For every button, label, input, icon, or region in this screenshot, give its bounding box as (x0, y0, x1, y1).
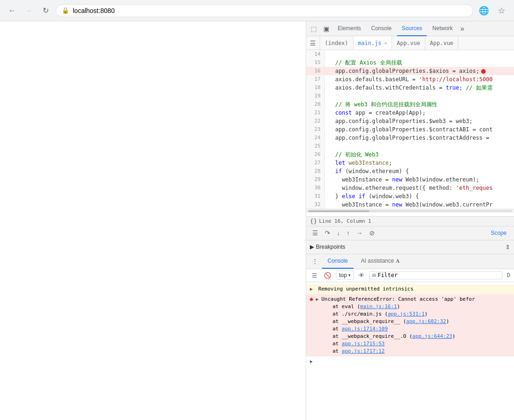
error-trace-7: at app.js:1717:12 (321, 348, 385, 354)
context-value: top (339, 272, 347, 278)
translate-icon[interactable]: 🌐 (477, 4, 491, 18)
filter-label: Filter (378, 272, 398, 278)
bookmark-icon[interactable]: ☆ (495, 4, 508, 18)
console-messages: ▶ Removing unpermitted intrinsics ● ▶ Un… (306, 282, 514, 420)
devtools-top-toolbar: ⬚ ▣ Elements Console Sources Network » (306, 21, 514, 36)
error-link-1[interactable]: main.js:16:1 (360, 304, 397, 310)
status-bar: {} Line 16, Column 1 (306, 216, 514, 226)
clear-console-btn[interactable]: 🚫 (322, 271, 333, 280)
file-tab-appvue1-label: App.vue (397, 40, 420, 46)
page-area (0, 21, 306, 420)
scope-label: Scope (487, 230, 510, 236)
breakpoints-section: ▶ Breakpoints ⇕ (306, 240, 514, 254)
breakpoints-expand-btn[interactable]: ⇕ (505, 244, 510, 251)
browser-chrome: ← → ↻ 🔒 localhost:8080 🌐 ☆ (0, 0, 514, 21)
main-area: ⬚ ▣ Elements Console Sources Network » ☰… (0, 21, 514, 420)
console-msg-error: ● ▶ Uncaught ReferenceError: Cannot acce… (306, 294, 514, 356)
sidebar-toggle-console[interactable]: ☰ (310, 271, 319, 280)
error-link-3[interactable]: app.js:602:32 (406, 318, 446, 324)
step-next-btn[interactable]: → (354, 228, 365, 238)
url-text: localhost:8080 (73, 7, 115, 14)
status-text: Line 16, Column 1 (319, 218, 372, 224)
code-line-31: 31 } else if (window.web3) { (306, 192, 514, 200)
tab-console-bottom[interactable]: Console (322, 254, 353, 269)
inspect-icon[interactable]: ⬚ (308, 23, 320, 34)
error-trace-3: at __webpack_require__ (app.js:602:32) (321, 318, 450, 324)
error-link-7[interactable]: app.js:1717:12 (342, 348, 385, 354)
code-editor: 14 15 // 配置 Axios 全局挂载 16 app.config.glo… (306, 50, 514, 216)
scrollbar-track (308, 210, 512, 212)
error-trace-5: at __webpack_require__.O (app.js:644:23) (321, 333, 456, 339)
file-tab-appvue2[interactable]: App.vue (425, 36, 459, 50)
more-tabs-button[interactable]: » (458, 25, 466, 33)
error-link-5[interactable]: app.js:644:23 (412, 333, 452, 339)
code-line-22: 22 app.config.globalProperties.$web3 = w… (306, 117, 514, 125)
breakpoints-arrow[interactable]: ▶ (310, 244, 314, 250)
code-line-32: 32 web3Instance = new Web3(window.web3.c… (306, 200, 514, 209)
lock-icon: 🔒 (62, 7, 69, 14)
context-selector[interactable]: top ▾ (336, 271, 354, 280)
file-tab-appvue1[interactable]: App.vue (392, 36, 425, 50)
console-msg-expand: ▶ (306, 356, 514, 367)
tab-sources[interactable]: Sources (397, 21, 427, 36)
error-trace-4: at app.js:1714:109 (321, 326, 388, 332)
step-into-btn[interactable]: ↑ (344, 228, 352, 238)
console-tabs-bar: ⋮ Console AI assistance 𝐀 (306, 254, 514, 269)
code-line-18: 18 axios.defaults.withCredentials = true… (306, 84, 514, 92)
warning-text: Removing unpermitted intrinsics (318, 285, 510, 293)
step-over-btn[interactable]: ↓ (334, 228, 342, 238)
file-tab-appvue2-label: App.vue (430, 40, 454, 46)
code-line-21: 21 const app = createApp(App); (306, 109, 514, 117)
expand-more-arrow[interactable]: ▶ (310, 358, 313, 365)
error-link-6[interactable]: app.js:1715:53 (342, 341, 385, 347)
console-area: ⋮ Console AI assistance 𝐀 ☰ 🚫 top ▾ 👁 ⊟ … (306, 254, 514, 420)
code-line-25: 25 (306, 142, 514, 150)
error-trace-1: at eval (main.js:16:1) (321, 304, 400, 310)
scrollbar-thumb (308, 210, 369, 212)
code-scrollbar-h[interactable] (306, 209, 514, 213)
code-line-29: 29 web3Instance = new Web3(window.ethere… (306, 175, 514, 184)
back-button[interactable]: ← (6, 4, 19, 17)
warning-expand-arrow[interactable]: ▶ (310, 285, 313, 293)
code-line-15: 15 // 配置 Axios 全局挂载 (306, 58, 514, 67)
deactivate-btn[interactable]: ⊘ (367, 228, 377, 238)
code-line-16: 16 app.config.globalProperties.$axios = … (306, 67, 514, 75)
sidebar-toggle[interactable]: ☰ (306, 36, 320, 50)
eye-icon[interactable]: 👁 (357, 271, 366, 280)
code-line-26: 26 // 初始化 Web3 (306, 150, 514, 159)
file-tab-mainjs[interactable]: main.js ✕ (353, 36, 392, 50)
error-trace-6: at app.js:1715:53 (321, 341, 385, 347)
error-link-2[interactable]: app.js:531:1 (388, 311, 424, 317)
code-line-24: 24 app.config.globalProperties.$contract… (306, 134, 514, 142)
tab-network[interactable]: Network (428, 21, 457, 36)
console-right-controls: D (505, 272, 510, 278)
file-tab-index[interactable]: (index) (320, 36, 353, 50)
console-tab-menu[interactable]: ⋮ (310, 256, 320, 267)
file-tab-mainjs-label: main.js (358, 40, 382, 46)
code-line-17: 17 axios.defaults.baseURL = 'http://loca… (306, 75, 514, 84)
tab-ai-assistance[interactable]: AI assistance 𝐀 (355, 254, 405, 269)
reload-button[interactable]: ↻ (39, 4, 52, 17)
error-expand-arrow[interactable]: ▶ (316, 296, 319, 303)
file-tab-mainjs-close[interactable]: ✕ (384, 40, 387, 45)
error-link-4[interactable]: app.js:1714:109 (342, 326, 388, 332)
responsive-icon[interactable]: ▣ (321, 23, 332, 34)
code-line-20: 20 // 将 web3 和合约信息挂载到全局属性 (306, 100, 514, 109)
code-line-28: 28 if (window.ethereum) { (306, 167, 514, 175)
code-line-30: 30 window.ethereum.request({ method: 'et… (306, 184, 514, 192)
code-line-19: 19 (306, 92, 514, 100)
devtools-panel: ⬚ ▣ Elements Console Sources Network » ☰… (306, 21, 514, 420)
resume-btn[interactable]: ↷ (322, 228, 333, 238)
filter-box: ⊟ Filter (369, 271, 502, 279)
console-msg-warning: ▶ Removing unpermitted intrinsics (306, 284, 514, 294)
address-bar: 🔒 localhost:8080 (56, 4, 473, 17)
tab-elements[interactable]: Elements (333, 21, 366, 36)
debugger-toolbar: ☰ ↷ ↓ ↑ → ⊘ Scope (306, 226, 514, 240)
forward-button[interactable]: → (22, 4, 35, 17)
tab-console[interactable]: Console (366, 21, 396, 36)
sidebar-toggle-debug[interactable]: ☰ (310, 228, 321, 238)
console-toolbar: ☰ 🚫 top ▾ 👁 ⊟ Filter D (306, 269, 514, 282)
error-main-text: Uncaught ReferenceError: Cannot access '… (321, 296, 475, 302)
breakpoints-title: Breakpoints (316, 244, 505, 250)
chevron-down-icon: ▾ (348, 273, 351, 278)
